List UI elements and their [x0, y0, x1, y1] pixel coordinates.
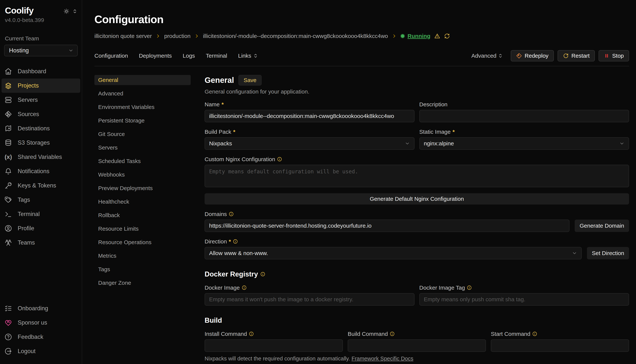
bell-icon	[5, 168, 12, 175]
app-version: v4.0.0-beta.399	[2, 16, 80, 23]
sidebar-item-dashboard[interactable]: Dashboard	[2, 64, 80, 78]
subnav-item-resource-operations[interactable]: Resource Operations	[94, 237, 191, 247]
subnav-item-servers[interactable]: Servers	[94, 142, 191, 153]
build-pack-select[interactable]: Nixpacks	[204, 137, 414, 150]
stop-button[interactable]: Stop	[598, 50, 629, 62]
set-direction-button[interactable]: Set Direction	[587, 247, 629, 260]
sidebar-item-s3-storages[interactable]: S3 Storages	[2, 136, 80, 150]
theme-sun-icon[interactable]	[63, 8, 69, 14]
status-badge[interactable]: Running	[407, 33, 431, 39]
terminal-icon	[5, 210, 12, 218]
docker-image-label: Docker Image	[204, 284, 414, 291]
sidebar-item-keys-tokens[interactable]: Keys & Tokens	[2, 178, 80, 193]
name-input[interactable]	[204, 110, 414, 122]
sidebar-item-sponsor-us[interactable]: Sponsor us	[2, 316, 80, 330]
tab-links[interactable]: Links	[238, 52, 258, 59]
sidebar-item-label: Logout	[18, 348, 36, 354]
subnav-item-scheduled-tasks[interactable]: Scheduled Tasks	[94, 156, 191, 166]
generate-domain-button[interactable]: Generate Domain	[575, 220, 629, 232]
tab-deployments[interactable]: Deployments	[139, 52, 172, 59]
chevron-down-icon	[572, 250, 577, 256]
layers-icon	[5, 82, 12, 90]
domains-input[interactable]	[204, 220, 569, 232]
install-command-input[interactable]	[204, 340, 343, 352]
breadcrumb-application[interactable]: illicitestonion/-module--decomposition:m…	[203, 33, 388, 39]
section-title-general: General	[204, 76, 234, 85]
info-icon	[390, 331, 395, 336]
user-circle-icon	[5, 225, 12, 232]
sidebar-item-teams[interactable]: Teams	[2, 236, 80, 250]
framework-docs-link[interactable]: Framework Specific Docs	[351, 356, 413, 362]
sidebar-item-onboarding[interactable]: Onboarding	[2, 301, 80, 316]
static-image-select[interactable]: nginx:alpine	[419, 137, 629, 150]
subnav-item-preview-deployments[interactable]: Preview Deployments	[94, 183, 191, 193]
restart-icon	[563, 53, 569, 59]
nixpacks-note: Nixpacks will detect the required config…	[204, 356, 629, 362]
warning-icon[interactable]	[434, 33, 440, 39]
tab-configuration[interactable]: Configuration	[94, 52, 128, 59]
subnav-item-tags[interactable]: Tags	[94, 264, 191, 274]
sidebar-item-projects[interactable]: Projects	[2, 78, 80, 93]
direction-select[interactable]: Allow www & non-www.	[204, 247, 582, 260]
divider	[94, 66, 629, 66]
sidebar-item-terminal[interactable]: Terminal	[2, 207, 80, 221]
subnav-item-danger-zone[interactable]: Danger Zone	[94, 278, 191, 288]
subnav-item-rollback[interactable]: Rollback	[94, 210, 191, 220]
build-command-input[interactable]	[348, 340, 486, 352]
start-command-input[interactable]	[491, 340, 629, 352]
restart-button[interactable]: Restart	[558, 50, 595, 62]
help-circle-icon	[5, 333, 12, 341]
description-input[interactable]	[419, 110, 629, 122]
sidebar-item-label: Sponsor us	[18, 319, 47, 326]
subnav-item-advanced[interactable]: Advanced	[94, 88, 191, 98]
tabs-row: Configuration Deployments Logs Terminal …	[94, 50, 629, 62]
subnav-item-metrics[interactable]: Metrics	[94, 251, 191, 261]
tab-logs[interactable]: Logs	[183, 52, 195, 59]
subnav-item-resource-limits[interactable]: Resource Limits	[94, 224, 191, 234]
redeploy-button[interactable]: Redeploy	[511, 50, 554, 62]
custom-nginx-label: Custom Nginx Configuration	[204, 156, 629, 162]
breadcrumb-environment[interactable]: production	[164, 33, 190, 39]
section-subtitle: General configuration for your applicati…	[204, 88, 629, 95]
sidebar-item-destinations[interactable]: Destinations	[2, 121, 80, 136]
advanced-dropdown[interactable]: Advanced	[471, 52, 503, 59]
sidebar-item-servers[interactable]: Servers	[2, 93, 80, 107]
breadcrumb-project[interactable]: illicitonion quote server	[94, 33, 152, 39]
status: Running	[400, 33, 431, 39]
sidebar-item-notifications[interactable]: Notifications	[2, 164, 80, 178]
subnav-item-persistent-storage[interactable]: Persistent Storage	[94, 116, 191, 126]
subnav-item-webhooks[interactable]: Webhooks	[94, 170, 191, 180]
docker-image-tag-input[interactable]	[419, 293, 629, 306]
sidebar-item-label: Tags	[18, 196, 30, 203]
install-command-label: Install Command	[204, 331, 343, 337]
generate-nginx-button[interactable]: Generate Default Nginx Configuration	[204, 193, 629, 204]
sidebar-item-label: Dashboard	[18, 68, 46, 75]
subnav-item-general[interactable]: General	[94, 75, 191, 85]
current-team-label: Current Team	[2, 23, 80, 42]
docker-image-input[interactable]	[204, 293, 414, 306]
sidebar-item-tags[interactable]: Tags	[2, 193, 80, 207]
sidebar: Coolify v4.0.0-beta.399 Current Team Hos…	[0, 0, 82, 364]
sidebar-item-label: Sources	[18, 111, 39, 118]
sidebar-item-shared-variables[interactable]: (x) Shared Variables	[2, 150, 80, 164]
sidebar-item-label: Notifications	[18, 168, 50, 175]
subnav-item-git-source[interactable]: Git Source	[94, 129, 191, 139]
subnav-item-healthcheck[interactable]: Healthcheck	[94, 197, 191, 207]
save-button[interactable]: Save	[239, 75, 261, 86]
sidebar-item-label: Onboarding	[18, 305, 48, 312]
subnav-item-environment-variables[interactable]: Environment Variables	[94, 102, 191, 112]
tab-terminal[interactable]: Terminal	[206, 52, 227, 59]
domains-label: Domains	[204, 211, 629, 217]
sidebar-item-label: Feedback	[18, 334, 43, 340]
chevrons-up-down-icon[interactable]	[72, 9, 77, 14]
custom-nginx-textarea[interactable]	[204, 165, 629, 187]
sidebar-item-sources[interactable]: Sources	[2, 107, 80, 121]
team-select[interactable]: Hosting	[4, 45, 78, 56]
config-subnav: General Advanced Environment Variables P…	[94, 75, 191, 364]
refresh-icon[interactable]	[444, 33, 450, 39]
map-icon	[5, 125, 12, 132]
sidebar-item-feedback[interactable]: Feedback	[2, 330, 80, 344]
sidebar-item-profile[interactable]: Profile	[2, 221, 80, 236]
sidebar-item-logout[interactable]: Logout	[2, 344, 80, 358]
sidebar-item-label: Destinations	[18, 125, 50, 132]
